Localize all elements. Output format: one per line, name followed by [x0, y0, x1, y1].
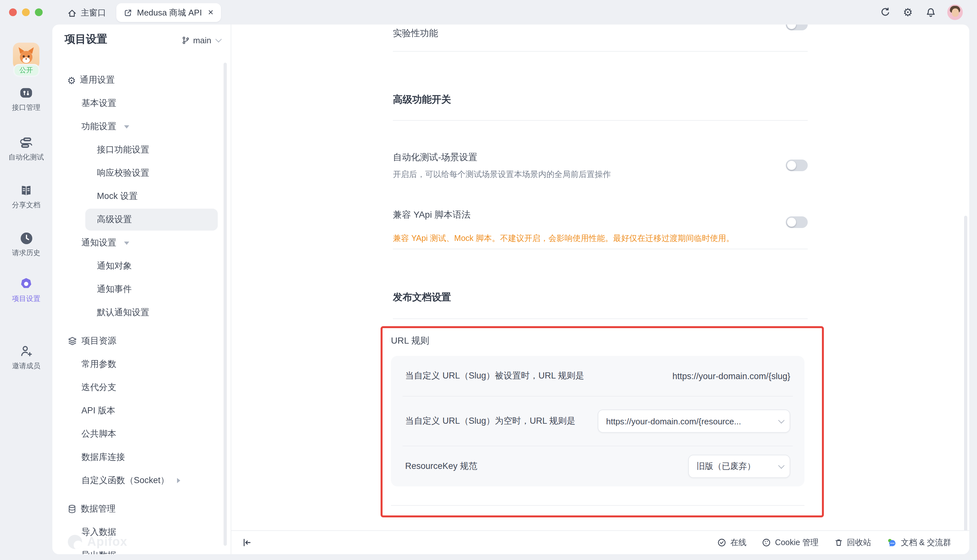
- divider: [393, 120, 808, 121]
- home-icon: [67, 8, 77, 18]
- rail-item-request-history[interactable]: 请求历史: [0, 231, 52, 258]
- request-history-clock-icon: [19, 231, 33, 245]
- tree-item-database-connections[interactable]: 数据库连接: [52, 446, 231, 469]
- tree-item-api-versions[interactable]: API 版本: [52, 399, 231, 422]
- settings-gear-icon[interactable]: ⚙: [902, 7, 914, 18]
- git-branch-icon: [182, 36, 190, 45]
- rail-item-invite-members[interactable]: 邀请成员: [0, 343, 52, 371]
- tree-item-notification-events[interactable]: 通知事件: [52, 278, 231, 301]
- tree-item-notification-targets[interactable]: 通知对象: [52, 255, 231, 278]
- sync-icon[interactable]: [879, 7, 891, 18]
- slug-empty-label: 当自定义 URL（Slug）为空时，URL 规则是: [405, 415, 575, 427]
- settings-content: 实验性功能 高级功能开关 自动化测试-场景设置 开启后，可以给每个测试场景设置本…: [231, 25, 969, 554]
- tree-item-notification-settings[interactable]: 通知设置: [52, 231, 231, 255]
- tree-item-data-management[interactable]: 数据管理: [52, 497, 231, 521]
- divider: [393, 249, 808, 249]
- bottom-bar: 在线 Cookie 管理: [231, 530, 969, 554]
- main-scrollbar[interactable]: [964, 216, 967, 547]
- chevron-down-icon: [778, 462, 785, 468]
- panel-title: 项目设置: [65, 32, 107, 47]
- notifications-bell-icon[interactable]: [925, 7, 936, 18]
- layers-icon: [67, 336, 78, 346]
- main-window-tab[interactable]: 主窗口: [67, 5, 106, 21]
- divider: [391, 505, 804, 506]
- tree-item-api-feature-settings[interactable]: 接口功能设置: [52, 138, 231, 162]
- tab-title: Medusa 商城 API: [137, 7, 202, 18]
- automated-testing-icon: [19, 136, 33, 150]
- slug-set-value: https://your-domain.com/{slug}: [672, 371, 790, 381]
- slug-set-label: 当自定义 URL（Slug）被设置时，URL 规则是: [405, 370, 584, 382]
- project-tab[interactable]: Medusa 商城 API ✕: [116, 3, 221, 22]
- branch-selector[interactable]: main: [182, 35, 220, 45]
- yapi-compat-toggle[interactable]: [786, 217, 808, 228]
- close-window-button[interactable]: [9, 8, 17, 16]
- check-circle-icon: [718, 538, 727, 547]
- panel-scrollbar[interactable]: [223, 63, 227, 546]
- divider: [393, 51, 808, 52]
- slug-empty-row: 当自定义 URL（Slug）为空时，URL 规则是 https://your-d…: [391, 397, 804, 446]
- rail-label: 接口管理: [12, 103, 40, 112]
- url-rules-label: URL 规则: [391, 335, 429, 347]
- collapse-sidebar-icon[interactable]: [242, 537, 252, 548]
- settings-tree: ⚙通用设置 基本设置 功能设置 接口功能设置 响应校验设置 Mock 设置: [52, 68, 231, 554]
- tree-item-advanced-settings[interactable]: 高级设置: [52, 208, 231, 231]
- chevron-down-icon: [215, 36, 222, 43]
- tree-item-public-scripts[interactable]: 公共脚本: [52, 422, 231, 446]
- database-icon: [67, 504, 77, 514]
- caret-down-icon: [124, 125, 129, 128]
- traffic-lights: [9, 8, 43, 16]
- rail-item-share-docs[interactable]: 分享文档: [0, 184, 52, 210]
- rail-item-project-settings[interactable]: 项目设置: [0, 277, 52, 303]
- tree-item-general-settings[interactable]: ⚙通用设置: [52, 68, 231, 92]
- publish-docs-heading: 发布文档设置: [393, 291, 451, 303]
- scenario-settings-toggle[interactable]: [786, 160, 808, 171]
- titlebar: 主窗口 Medusa 商城 API ✕ ⚙: [0, 0, 977, 25]
- zoom-window-button[interactable]: [35, 8, 43, 16]
- share-docs-book-icon: [19, 184, 33, 198]
- minimize-window-button[interactable]: [22, 8, 30, 16]
- rail-label: 自动化测试: [8, 152, 44, 162]
- rail-label: 请求历史: [12, 248, 40, 258]
- resource-key-label: ResourceKey 规范: [405, 460, 477, 472]
- user-avatar[interactable]: [947, 5, 963, 20]
- experimental-toggle[interactable]: [786, 25, 808, 30]
- experimental-section-label: 实验性功能: [393, 28, 438, 39]
- yapi-compat-warning: 兼容 YApi 测试、Mock 脚本。不建议开启，会影响使用性能。最好仅在迁移过…: [393, 233, 734, 244]
- divider: [393, 318, 808, 319]
- cookie-manager-button[interactable]: Cookie 管理: [762, 537, 819, 548]
- tab-close-icon[interactable]: ✕: [207, 9, 213, 16]
- tree-item-mock-settings[interactable]: Mock 设置: [52, 185, 231, 208]
- project-visibility-badge: 公开: [13, 64, 39, 77]
- tree-item-custom-functions[interactable]: 自定义函数（Socket）: [52, 469, 231, 492]
- tree-item-response-validation[interactable]: 响应校验设置: [52, 162, 231, 185]
- url-rules-card: 当自定义 URL（Slug）被设置时，URL 规则是 https://your-…: [391, 356, 804, 487]
- home-label: 主窗口: [81, 7, 106, 19]
- tree-item-basic-settings[interactable]: 基本设置: [52, 92, 231, 115]
- rail-item-automated-testing[interactable]: 自动化测试: [0, 136, 52, 162]
- tree-item-default-notification[interactable]: 默认通知设置: [52, 301, 231, 324]
- yapi-compat-title: 兼容 YApi 脚本语法: [393, 209, 471, 221]
- rail-item-api-management[interactable]: 接口管理: [0, 87, 52, 112]
- app-window: 主窗口 Medusa 商城 API ✕ ⚙: [0, 0, 977, 560]
- external-link-icon: [123, 8, 132, 17]
- project-settings-icon: [19, 277, 33, 291]
- slug-set-row: 当自定义 URL（Slug）被设置时，URL 规则是 https://your-…: [391, 356, 804, 396]
- left-rail: 公开 接口管理 自动化测试: [0, 25, 52, 560]
- scenario-settings-desc: 开启后，可以给每个测试场景设置本场景内的全局前后置操作: [393, 169, 611, 180]
- slug-empty-select[interactable]: https://your-domain.com/{resource...: [598, 410, 790, 433]
- online-status[interactable]: 在线: [718, 537, 747, 548]
- rail-label: 项目设置: [12, 294, 40, 303]
- docs-community-button[interactable]: 文档 & 交流群: [887, 537, 951, 548]
- url-rules-highlight-box: URL 规则 当自定义 URL（Slug）被设置时，URL 规则是 https:…: [380, 326, 824, 517]
- advanced-features-heading: 高级功能开关: [393, 94, 451, 106]
- resource-key-select[interactable]: 旧版（已废弃）: [688, 455, 790, 478]
- tree-item-iteration-branches[interactable]: 迭代分支: [52, 376, 231, 399]
- rail-label: 分享文档: [12, 200, 40, 210]
- resource-key-row: ResourceKey 规范 旧版（已废弃）: [391, 446, 804, 487]
- recycle-bin-button[interactable]: 回收站: [834, 537, 871, 548]
- branch-name: main: [193, 35, 211, 45]
- tree-item-feature-settings[interactable]: 功能设置: [52, 115, 231, 138]
- tree-item-project-resources[interactable]: 项目资源: [52, 329, 231, 353]
- tree-item-common-parameters[interactable]: 常用参数: [52, 353, 231, 376]
- trash-icon: [834, 538, 843, 547]
